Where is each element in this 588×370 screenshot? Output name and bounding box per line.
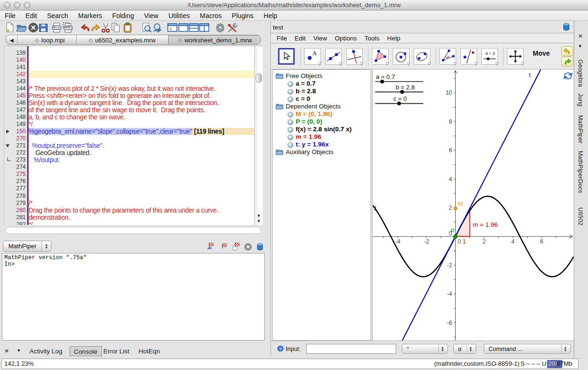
point-tool-button[interactable]: A▽ xyxy=(304,48,321,65)
find-button[interactable] xyxy=(141,22,152,33)
menu-view[interactable]: View xyxy=(144,12,159,19)
database-button[interactable] xyxy=(256,243,264,251)
algebra-section-auxiliary-objects[interactable]: Auxiliary Objects xyxy=(273,148,370,156)
console-output[interactable]: MathPiper version ".75a" In> xyxy=(2,253,265,341)
fold-collapsed-icon[interactable] xyxy=(5,128,10,135)
text-editor[interactable]: 1391401411421431441451461471481491502702… xyxy=(4,46,263,225)
slider-tool-button[interactable]: a = 2▽ xyxy=(481,48,498,65)
run-button[interactable] xyxy=(221,243,229,251)
scroll-down-arrow[interactable]: ▼ xyxy=(255,219,263,224)
menu-markers[interactable]: Markers xyxy=(78,12,102,19)
menu-folding[interactable]: Folding xyxy=(112,12,134,19)
global-options-button[interactable] xyxy=(215,22,226,33)
tab-scroll-left-button[interactable]: ◀ xyxy=(6,35,18,45)
point-M[interactable] xyxy=(454,207,457,210)
right-dock-tab-mathpiper[interactable]: MathPiper xyxy=(577,115,584,144)
algebra-item[interactable]: f(x) = 2.8 sin(0.7 x) xyxy=(273,126,370,133)
geogebra-menu-edit[interactable]: Edit xyxy=(295,35,306,42)
slider-a[interactable]: a = 0.7 xyxy=(375,73,423,84)
save-file-button[interactable] xyxy=(38,22,49,33)
geogebra-menu-tools[interactable]: Tools xyxy=(365,35,380,42)
menu-search[interactable]: Search xyxy=(47,12,68,19)
buffer-tab-worksheet_demo_1.mrw[interactable]: ◇worksheet_demo_1.mrw xyxy=(168,35,261,45)
split-horizontal-button[interactable] xyxy=(188,22,199,33)
move-view-tool-button[interactable]: ▽ xyxy=(507,48,524,65)
new-file-button[interactable] xyxy=(4,22,15,33)
right-dock-close-icon[interactable]: ✕ xyxy=(578,33,583,39)
menu-file[interactable]: File xyxy=(5,12,16,19)
scroll-up-arrow[interactable]: ▲ xyxy=(255,213,263,217)
console-shell-select[interactable]: MathPiper ▲▼ xyxy=(3,241,51,252)
angle-tool-button[interactable]: α▽ xyxy=(439,48,456,65)
right-dock-tab-jung[interactable]: Jung xyxy=(577,93,584,107)
paste-button[interactable] xyxy=(122,22,133,33)
right-dock-tab-geogebra[interactable]: Geogebra xyxy=(577,59,584,87)
geogebra-menu-options[interactable]: Options xyxy=(335,35,357,42)
input-combo-alpha[interactable]: α▲▼ xyxy=(453,344,476,354)
point-P[interactable] xyxy=(453,234,457,238)
menu-edit[interactable]: Edit xyxy=(26,12,37,19)
right-dock-menu-icon[interactable]: ▼ xyxy=(578,44,582,49)
algebra-item[interactable]: a = 0.7 xyxy=(273,80,370,88)
print-button[interactable] xyxy=(51,22,62,33)
page-setup-button[interactable] xyxy=(62,22,74,33)
reflect-tool-button[interactable]: ▽ xyxy=(460,48,477,65)
geogebra-menu-help[interactable]: Help xyxy=(387,35,400,42)
geogebra-menu-file[interactable]: File xyxy=(277,35,287,42)
fold-open-icon[interactable] xyxy=(5,142,10,149)
menu-help[interactable]: Help xyxy=(264,12,278,19)
polygon-tool-button[interactable]: ▽ xyxy=(372,48,389,65)
rerun-button[interactable] xyxy=(207,243,215,251)
editor-textarea[interactable]: ...../* The previous plot of 2 * Sin(x) … xyxy=(29,46,254,225)
dock-tab-activity-log[interactable]: Activity Log xyxy=(26,346,66,356)
algebra-section-dependent-objects[interactable]: Dependent Objects xyxy=(273,103,370,110)
split-vertical-button[interactable] xyxy=(199,22,210,33)
buffer-tab-loop.mpi[interactable]: ◇loop.mpi xyxy=(23,35,76,45)
find-next-button[interactable] xyxy=(151,22,163,33)
unsplit-button[interactable] xyxy=(178,22,189,33)
refresh-view-icon[interactable] xyxy=(564,73,572,79)
move-tool-button[interactable]: ▽ xyxy=(278,48,295,65)
right-dock-tab-u6502[interactable]: U6502 xyxy=(577,207,584,225)
geogebra-menu-view[interactable]: View xyxy=(313,35,327,42)
input-combo-command[interactable]: Command ...▲▼ xyxy=(484,344,571,354)
dock-tab-hoteqn[interactable]: HotEqn xyxy=(135,346,164,356)
run-page-button[interactable] xyxy=(232,243,240,251)
algebra-item[interactable]: P = (0, 0) xyxy=(273,118,370,126)
editor-vertical-scrollbar[interactable]: ▲ ▼ xyxy=(254,46,263,225)
algebra-item[interactable]: t: y = 1.96x xyxy=(273,141,370,148)
new-view-button[interactable] xyxy=(167,22,178,33)
slider-b[interactable]: b = 2.8 xyxy=(375,84,423,94)
slider-c[interactable]: c = 0 xyxy=(375,95,423,106)
dock-tab-console[interactable]: Console xyxy=(70,346,102,356)
dock-close-icon[interactable]: ✕ xyxy=(4,348,9,354)
right-dock-tab-mathpiperdocs[interactable]: MathPiperDocs xyxy=(577,151,584,193)
database-icon[interactable] xyxy=(562,22,571,32)
algebra-view[interactable]: Free Objectsa = 0.7b = 2.8c = 0Dependent… xyxy=(272,69,371,341)
scrollbar-thumb[interactable] xyxy=(256,73,262,83)
line-tool-button[interactable]: ▽ xyxy=(325,48,342,65)
editor-horizontal-scrollbar[interactable] xyxy=(5,227,261,234)
circle-tool-button[interactable]: ▽ xyxy=(393,48,409,65)
algebra-item[interactable]: b = 2.8 xyxy=(273,88,370,95)
conic-tool-button[interactable]: ▽ xyxy=(414,48,430,65)
dock-tab-error-list[interactable]: Error List xyxy=(100,346,133,356)
algebra-section-free-objects[interactable]: Free Objects xyxy=(273,72,370,80)
menu-macros[interactable]: Macros xyxy=(200,12,222,19)
fold-end-icon[interactable] xyxy=(5,156,10,164)
menu-utilities[interactable]: Utilities xyxy=(169,12,190,19)
memory-indicator[interactable]: 29/67Mb xyxy=(547,360,573,367)
stop-button[interactable] xyxy=(244,243,252,251)
undo-button[interactable] xyxy=(80,22,91,33)
geogebra-redo-button[interactable] xyxy=(561,57,573,67)
perpendicular-tool-button[interactable]: ▽ xyxy=(346,48,363,65)
algebra-item[interactable]: c = 0 xyxy=(273,95,370,103)
algebra-item[interactable]: M = (0, 1.96) xyxy=(273,110,370,118)
input-help-icon[interactable]: ? xyxy=(277,345,284,352)
geogebra-undo-button[interactable] xyxy=(561,46,573,56)
copy-button[interactable] xyxy=(110,22,121,33)
buffer-tab-u6502_examples.mrw[interactable]: ◇u6502_examples.mrw xyxy=(76,35,168,45)
plugin-manager-button[interactable] xyxy=(227,22,238,33)
open-file-button[interactable] xyxy=(16,22,27,33)
input-combo-degree[interactable]: °▲▼ xyxy=(402,344,448,354)
